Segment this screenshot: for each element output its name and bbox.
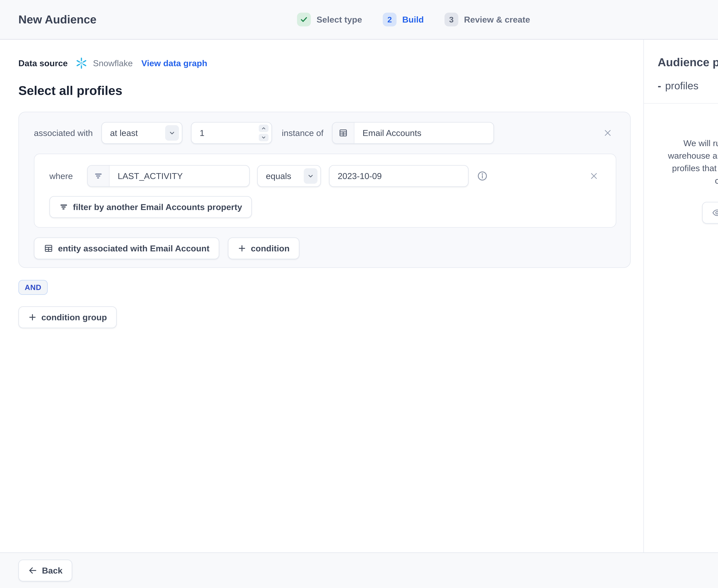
- eye-icon: [712, 208, 718, 218]
- quantifier-value: at least: [102, 128, 161, 138]
- card-actions-row: entity associated with Email Account con…: [34, 237, 616, 259]
- remove-where-button[interactable]: [586, 168, 602, 184]
- filter-by-property-button[interactable]: filter by another Email Accounts propert…: [49, 196, 252, 218]
- view-data-graph-link[interactable]: View data graph: [141, 58, 207, 68]
- increment-button[interactable]: [259, 125, 269, 132]
- count-value: 1: [191, 128, 259, 138]
- remove-condition-button[interactable]: [600, 125, 616, 141]
- filter-icon: [59, 203, 68, 212]
- operator-select[interactable]: equals: [257, 165, 321, 187]
- content-area: Data source Snowflake View data graph: [0, 40, 718, 552]
- where-card: where LAST_ACTIVITY: [34, 153, 616, 228]
- property-select[interactable]: LAST_ACTIVITY: [87, 165, 250, 187]
- step-review-create[interactable]: 3 Review & create: [445, 13, 530, 26]
- add-condition-group-label: condition group: [41, 312, 107, 322]
- and-badge[interactable]: AND: [18, 280, 48, 295]
- arrow-left-icon: [28, 566, 37, 575]
- snowflake-icon: [75, 57, 88, 69]
- count-stepper: [259, 125, 269, 141]
- count-input[interactable]: 1: [191, 122, 272, 144]
- check-icon: [297, 13, 311, 26]
- profiles-count-line: -profiles: [658, 80, 718, 91]
- stepper: Select type 2 Build 3 Review & create: [297, 13, 530, 26]
- builder-panel: Data source Snowflake View data graph: [0, 40, 643, 552]
- association-row: associated with at least 1: [34, 122, 616, 144]
- preview-button[interactable]: Preview: [702, 202, 718, 224]
- profiles-count-placeholder: -: [658, 80, 661, 91]
- preview-description: We will run a query on your warehouse an…: [658, 137, 718, 187]
- audience-preview-title: Audience preview: [658, 56, 718, 69]
- date-value: 2023-10-09: [330, 171, 382, 181]
- plus-icon: [238, 244, 246, 253]
- sidebar-divider: [644, 103, 718, 104]
- datasource-name: Snowflake: [93, 58, 133, 68]
- step-number-badge: 2: [383, 13, 396, 26]
- chevron-down-icon: [304, 168, 317, 184]
- entity-select[interactable]: Email Accounts: [332, 122, 494, 144]
- where-label: where: [49, 171, 73, 181]
- page-title: New Audience: [18, 13, 97, 26]
- associated-with-label: associated with: [34, 128, 93, 138]
- top-bar: New Audience Select type 2 Build 3 Revie…: [0, 0, 718, 40]
- step-build[interactable]: 2 Build: [383, 13, 424, 26]
- table-icon: [333, 123, 354, 143]
- section-heading: Select all profiles: [18, 83, 625, 98]
- profiles-label: profiles: [665, 80, 698, 91]
- table-icon: [44, 244, 54, 253]
- bottom-bar: Back Next: [0, 552, 718, 588]
- quantifier-select[interactable]: at least: [101, 122, 182, 144]
- plus-icon: [28, 313, 37, 321]
- datasource-row: Data source Snowflake View data graph: [18, 57, 625, 69]
- audience-preview-panel: Audience preview -profiles We will run a…: [643, 40, 718, 552]
- back-button[interactable]: Back: [18, 560, 72, 582]
- entity-associated-label: entity associated with Email Account: [58, 244, 209, 253]
- operator-value: equals: [258, 171, 299, 181]
- entity-value: Email Accounts: [354, 128, 429, 138]
- where-row: where LAST_ACTIVITY: [49, 165, 602, 187]
- add-condition-label: condition: [251, 244, 290, 253]
- condition-card: associated with at least 1: [18, 112, 631, 268]
- value-input[interactable]: 2023-10-09: [329, 165, 469, 187]
- filter-icon: [88, 166, 109, 186]
- step-select-type[interactable]: Select type: [297, 13, 362, 26]
- info-icon[interactable]: [474, 167, 491, 185]
- step-number-badge: 3: [445, 13, 458, 26]
- datasource-label: Data source: [18, 58, 68, 68]
- filter-by-property-label: filter by another Email Accounts propert…: [73, 202, 242, 212]
- add-condition-button[interactable]: condition: [228, 237, 300, 259]
- step-label: Build: [402, 15, 424, 24]
- new-audience-page: New Audience Select type 2 Build 3 Revie…: [0, 0, 718, 588]
- property-value: LAST_ACTIVITY: [109, 171, 191, 181]
- chevron-down-icon: [165, 125, 179, 141]
- add-condition-group-button[interactable]: condition group: [18, 306, 117, 328]
- step-label: Review & create: [464, 15, 530, 24]
- decrement-button[interactable]: [259, 134, 269, 141]
- step-label: Select type: [316, 15, 362, 24]
- entity-associated-button[interactable]: entity associated with Email Account: [34, 237, 219, 259]
- instance-of-label: instance of: [282, 128, 323, 138]
- and-row: AND: [18, 268, 625, 295]
- back-button-label: Back: [42, 566, 62, 575]
